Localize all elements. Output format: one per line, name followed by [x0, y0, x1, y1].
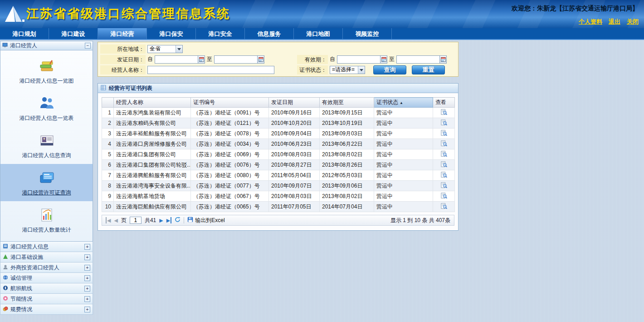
profile-link[interactable]: 个人资料 — [579, 18, 602, 26]
sidebar-item-license-query[interactable]: 港口经营许可证查询 — [0, 164, 93, 201]
view-details-icon[interactable] — [441, 109, 447, 117]
cell-view — [433, 202, 455, 212]
cell-view — [433, 129, 455, 139]
view-details-icon[interactable] — [441, 172, 447, 179]
table-row[interactable]: 6 连云港港口集团有限公司轮驳... （苏连）港经证（0076）号 2010年0… — [102, 160, 455, 170]
col-valid-until[interactable]: 有效期至 — [320, 98, 374, 108]
infrastructure-icon — [3, 254, 8, 261]
col-operator-name[interactable]: 经营人名称 — [114, 98, 191, 108]
issue-date-to-input[interactable] — [214, 55, 258, 64]
cell-operator-name: 连云港东粮码头有限公司 — [114, 118, 191, 129]
chart-icon — [0, 206, 93, 224]
tab-port-operation[interactable]: 港口经营 — [98, 28, 147, 39]
welcome-text: 欢迎您：朱新龙【江苏省交通运输厅港口局】 — [512, 5, 639, 13]
sidebar-item-operator-info-query[interactable]: 港口经营人信息查询 — [0, 127, 93, 164]
expand-button[interactable]: + — [84, 296, 90, 302]
tab-port-safety[interactable]: 港口安全 — [196, 28, 245, 39]
sidebar-group-fees[interactable]: 规费情况 + — [0, 304, 93, 315]
export-excel-button[interactable]: 输出到Excel — [187, 217, 224, 224]
close-link[interactable]: 关闭 — [627, 18, 639, 26]
cell-issue-date: 2010年09月04日 — [269, 129, 320, 139]
sidebar-item-operator-quantity-stats[interactable]: 港口经营人数量统计 — [0, 201, 93, 238]
expand-button[interactable]: + — [84, 254, 90, 260]
view-details-icon[interactable] — [441, 161, 447, 169]
sidebar-item-operator-overview-chart[interactable]: 港口经营人信息一览图 — [0, 52, 93, 89]
page-number-input[interactable] — [130, 217, 141, 224]
list-grid-icon — [101, 85, 106, 92]
sidebar-item-operator-overview-table[interactable]: 港口经营人信息一览表 — [0, 89, 93, 127]
sidebar-group-energy-saving[interactable]: 节能情况 + — [0, 294, 93, 304]
view-details-icon[interactable] — [441, 130, 447, 138]
tab-port-planning[interactable]: 港口规划 — [0, 28, 49, 39]
sidebar-group-integrity-management[interactable]: 诚信管理 + — [0, 273, 93, 283]
calendar-icon[interactable] — [258, 55, 264, 64]
cell-status: 营运中 — [374, 149, 433, 160]
refresh-icon[interactable] — [175, 217, 181, 224]
expand-button[interactable]: + — [84, 265, 90, 271]
sidebar-group-infrastructure[interactable]: 港口基础设施 + — [0, 252, 93, 263]
reset-button[interactable]: 重置 — [412, 65, 445, 74]
table-row[interactable]: 1 连云港东鸿集装箱有限公司 （苏连）港经证（0091）号 2010年09月16… — [102, 108, 455, 118]
logout-link[interactable]: 退出 — [609, 18, 620, 26]
expand-button[interactable]: + — [84, 286, 90, 292]
col-cert-no[interactable]: 证书编号 — [191, 98, 269, 108]
calendar-icon[interactable] — [440, 55, 447, 64]
tab-port-security[interactable]: 港口保安 — [147, 28, 196, 39]
expand-button[interactable]: + — [84, 244, 90, 250]
cell-cert-no: （苏连）港经证（0077）号 — [191, 181, 269, 191]
cert-status-select[interactable]: =请选择= — [330, 66, 365, 74]
operator-name-input[interactable] — [147, 66, 274, 74]
table-row[interactable]: 5 连云港港口集团有限公司 （苏连）港经证（0069）号 2010年08月03日… — [102, 149, 455, 160]
cell-issue-date: 2010年08月03日 — [269, 191, 320, 202]
row-number: 4 — [102, 139, 114, 149]
table-row[interactable]: 2 连云港东粮码头有限公司 （苏连）港经证（0121）号 2010年10月20日… — [102, 118, 455, 129]
prev-page-icon[interactable]: ◀ — [114, 217, 117, 223]
table-row[interactable]: 9 连云港海航基地货场 （苏连）港经证（0067）号 2010年08月03日 2… — [102, 191, 455, 202]
page-label: 页 — [121, 217, 127, 224]
next-page-icon[interactable]: ▶ — [159, 217, 163, 223]
view-details-icon[interactable] — [441, 193, 447, 200]
sidebar-item-label: 港口经营人信息一览图 — [0, 77, 93, 85]
sidebar-group-foreign-investment[interactable]: 外商投资港口经营人 + — [0, 263, 93, 273]
expand-button[interactable]: + — [84, 275, 90, 281]
table-row[interactable]: 8 连云港港湾海事安全设备有限... （苏连）港经证（0077）号 2010年0… — [102, 181, 455, 191]
sidebar-group-flight-routes[interactable]: 航班航线 + — [0, 283, 93, 294]
validity-from-input[interactable] — [337, 55, 381, 64]
divider — [184, 217, 184, 223]
first-page-icon[interactable]: ◀ — [106, 217, 111, 223]
sidebar-group-operator-info[interactable]: 港口经营人信息 + — [0, 242, 93, 252]
cell-operator-name: 连云港港口集团有限公司轮驳... — [114, 160, 191, 170]
view-details-icon[interactable] — [441, 119, 447, 127]
view-details-icon[interactable] — [441, 151, 447, 159]
view-details-icon[interactable] — [441, 203, 447, 211]
table-row[interactable]: 7 连云港港腾船舶服务有限公司 （苏连）港经证（0080）号 2011年05月0… — [102, 170, 455, 181]
col-issue-date[interactable]: 发证日期 — [269, 98, 320, 108]
calendar-icon[interactable] — [198, 55, 205, 64]
sidebar-item-label: 港口经营人信息查询 — [0, 152, 93, 159]
user-links: 个人资料 退出 关闭 — [579, 18, 639, 26]
expand-button[interactable]: + — [84, 307, 90, 312]
table-row[interactable]: 10 连云港海巨船舶供应有限公司 （苏连）港经证（0065）号 2011年07月… — [102, 202, 455, 212]
license-table: 经营人名称 证书编号 发证日期 有效期至 证书状态▲ 查看 1 连云港东鸿集装箱… — [102, 97, 455, 212]
tab-info-service[interactable]: 信息服务 — [245, 28, 294, 39]
view-details-icon[interactable] — [441, 182, 447, 190]
to-label: 至 — [389, 55, 395, 63]
table-header-row: 经营人名称 证书编号 发证日期 有效期至 证书状态▲ 查看 — [102, 98, 455, 108]
search-button[interactable]: 查询 — [373, 65, 406, 74]
col-cert-status-sorted[interactable]: 证书状态▲ — [374, 98, 433, 108]
tab-port-construction[interactable]: 港口建设 — [49, 28, 98, 39]
tab-port-map[interactable]: 港口地图 — [294, 28, 343, 39]
collapse-button[interactable]: − — [85, 43, 91, 49]
table-row[interactable]: 4 连云港港口房屋维修服务公司 （苏连）港经证（0034）号 2010年06月2… — [102, 139, 455, 149]
cell-operator-name: 连云港港口集团有限公司 — [114, 149, 191, 160]
region-select[interactable]: 全省 — [147, 45, 183, 53]
table-row[interactable]: 3 连云港丰裕船舶服务有限公司 （苏连）港经证（0078）号 2010年09月0… — [102, 129, 455, 139]
view-details-icon[interactable] — [441, 140, 447, 148]
issue-date-from-input[interactable] — [155, 55, 198, 64]
tab-video-monitor[interactable]: 视频监控 — [343, 28, 392, 39]
calendar-icon[interactable] — [381, 55, 387, 64]
row-number: 10 — [102, 202, 114, 212]
sidebar-panel-header[interactable]: 港口经营人 − — [0, 41, 93, 50]
validity-to-input[interactable] — [396, 55, 440, 64]
last-page-icon[interactable]: ▶ — [166, 217, 171, 223]
